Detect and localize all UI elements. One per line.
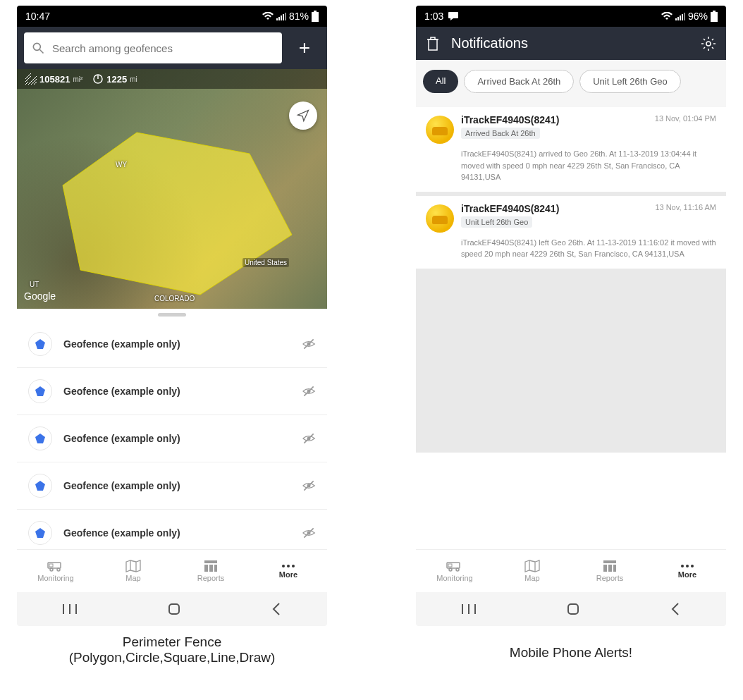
list-item[interactable]: Geofence (example only) [17,415,327,462]
status-bar: 10:47 81% [17,6,327,27]
chip-left[interactable]: Unit Left 26th Geo [579,70,681,93]
perimeter-icon [92,73,104,85]
notification-title: iTrackEF4940S(8241) [461,114,648,125]
visibility-toggle[interactable] [302,526,316,540]
vehicle-icon [426,116,454,144]
svg-marker-13 [35,434,45,443]
geofence-name: Geofence (example only) [63,338,290,350]
area-value: 105821 [39,74,70,85]
vehicle-icon [426,204,454,233]
search-box[interactable] [24,32,282,63]
notification-time: 13 Nov, 11:16 AM [655,203,716,211]
android-home[interactable] [167,602,181,616]
svg-point-34 [287,565,290,567]
svg-point-55 [681,565,684,567]
android-recents[interactable] [461,603,477,615]
status-time: 10:47 [25,11,50,22]
phone-geofences: 10:47 81% + 105821mi² 1225mi [17,6,327,626]
phone-notifications: 1:03 96% Notifications All Arrived Back … [416,6,726,626]
svg-point-46 [706,42,711,46]
van-icon [47,560,64,572]
svg-rect-31 [209,565,213,572]
add-geofence-button[interactable]: + [289,32,320,63]
delete-button[interactable] [426,36,440,51]
status-battery: 96% [688,11,708,22]
notification-card[interactable]: iTrackEF4940S(8241) Unit Left 26th Geo 1… [416,196,726,269]
svg-rect-42 [711,12,718,22]
reports-icon [603,560,617,572]
svg-point-50 [456,568,459,571]
svg-point-57 [691,565,694,567]
chip-arrived[interactable]: Arrived Back At 26th [464,70,574,93]
caption-left: Perimeter Fence (Polygon,Circle,Square,L… [17,634,327,665]
notification-tag: Unit Left 26th Geo [461,216,532,228]
more-icon [680,563,695,569]
map-label-us: United States [242,258,289,267]
list-item[interactable]: Geofence (example only) [17,321,327,368]
tab-map[interactable]: Map [94,550,172,592]
svg-rect-48 [448,564,452,567]
geofence-stats: 105821mi² 1225mi [17,69,327,89]
eye-off-icon [302,526,316,540]
svg-line-21 [304,528,313,537]
svg-marker-10 [35,386,45,396]
svg-point-56 [686,565,689,567]
caption-right: Mobile Phone Alerts! [416,645,726,661]
tab-reports[interactable]: Reports [172,550,250,592]
notifications-list[interactable]: iTrackEF4940S(8241) Arrived Back At 26th… [416,107,726,453]
android-recents[interactable] [62,603,78,615]
notifications-header: Notifications [416,27,726,60]
drag-handle[interactable] [158,313,186,317]
tab-map[interactable]: Map [493,550,571,592]
chat-icon [448,11,459,21]
list-item[interactable]: Geofence (example only) [17,368,327,415]
settings-button[interactable] [701,36,716,51]
svg-rect-30 [204,565,208,572]
notification-body: iTrackEF4940S(8241) arrived to Geo 26th.… [426,148,716,183]
android-back[interactable] [271,602,282,616]
svg-point-28 [57,568,60,571]
tab-monitoring[interactable]: Monitoring [17,550,94,592]
svg-rect-45 [431,37,435,39]
svg-point-49 [449,568,452,571]
signal-icon [276,12,286,20]
area-unit: mi² [73,75,82,83]
notification-body: iTrackEF4940S(8241) left Geo 26th. At 11… [426,237,716,260]
eye-off-icon [302,479,316,493]
tab-reports[interactable]: Reports [571,550,649,592]
geofence-polygon[interactable] [17,69,327,309]
map-icon [125,560,141,572]
chip-all[interactable]: All [423,70,458,93]
tab-monitoring[interactable]: Monitoring [416,550,493,592]
eye-off-icon [302,337,316,351]
visibility-toggle[interactable] [302,337,316,351]
tab-more[interactable]: More [250,550,327,592]
android-home[interactable] [566,602,580,616]
svg-rect-1 [312,12,319,22]
map-label-co: COLORADO [154,295,195,302]
search-input[interactable] [51,42,275,55]
map-icon [524,560,540,572]
search-header: + [17,27,327,69]
notification-card[interactable]: iTrackEF4940S(8241) Arrived Back At 26th… [416,107,726,192]
eye-off-icon [302,431,316,446]
svg-rect-25 [48,563,61,568]
tab-more[interactable]: More [649,550,726,592]
svg-point-35 [292,565,295,567]
list-item[interactable]: Geofence (example only) [17,462,327,510]
visibility-toggle[interactable] [302,479,316,493]
search-icon [31,41,45,55]
signal-icon [675,12,685,20]
svg-rect-43 [429,39,437,50]
visibility-toggle[interactable] [302,384,316,398]
android-back[interactable] [670,602,681,616]
page-title: Notifications [451,35,689,51]
svg-rect-61 [568,604,578,614]
svg-marker-7 [35,339,45,349]
visibility-toggle[interactable] [302,431,316,446]
svg-rect-26 [49,564,53,567]
my-location-button[interactable] [289,102,317,130]
svg-rect-54 [613,565,616,572]
status-time: 1:03 [424,11,443,22]
map-view[interactable]: 105821mi² 1225mi WY UT COLORADO United S… [17,69,327,309]
